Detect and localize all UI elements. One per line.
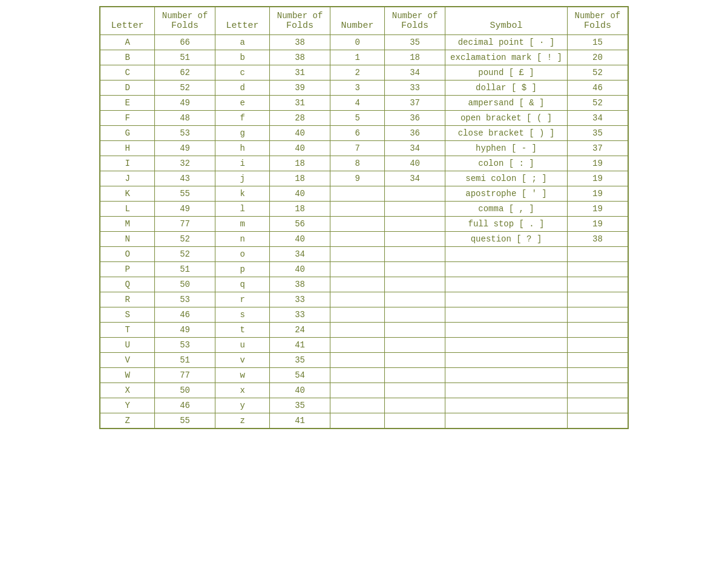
cell-num-folds: 34 (385, 65, 445, 80)
cell-num-folds: 36 (385, 126, 445, 141)
cell-sym-folds: 37 (567, 141, 628, 156)
cell-number (330, 368, 385, 383)
cell-sym-folds (567, 323, 628, 338)
cell-sym-folds: 19 (567, 217, 628, 232)
cell-symbol (445, 247, 568, 262)
cell-uc-letter: E (100, 96, 155, 111)
table-row: M77m56full stop [ . ]19 (100, 217, 628, 232)
cell-lc-folds: 24 (270, 323, 330, 338)
cell-symbol (445, 353, 568, 368)
cell-num-folds (385, 292, 445, 307)
cell-uc-letter: N (100, 232, 155, 247)
header-sym-folds: Number of Folds (567, 7, 628, 35)
cell-num-folds: 34 (385, 171, 445, 186)
cell-number (330, 186, 385, 202)
cell-lc-letter: r (215, 292, 270, 307)
header-uc-folds: Number of Folds (155, 7, 215, 35)
cell-lc-folds: 41 (270, 338, 330, 353)
cell-lc-letter: c (215, 65, 270, 80)
cell-lc-folds: 28 (270, 111, 330, 126)
cell-num-folds: 18 (385, 50, 445, 65)
cell-uc-folds: 43 (155, 171, 215, 186)
cell-lc-letter: k (215, 186, 270, 202)
main-table-wrapper: Letter Number of Folds Letter Number of … (99, 6, 629, 429)
cell-lc-letter: b (215, 50, 270, 65)
cell-num-folds (385, 186, 445, 202)
table-row: L49l18comma [ , ]19 (100, 202, 628, 217)
cell-sym-folds: 19 (567, 156, 628, 171)
cell-uc-letter: S (100, 307, 155, 323)
cell-sym-folds (567, 247, 628, 262)
cell-symbol: question [ ? ] (445, 232, 568, 247)
cell-lc-letter: g (215, 126, 270, 141)
cell-num-folds: 36 (385, 111, 445, 126)
cell-symbol (445, 383, 568, 398)
cell-lc-folds: 40 (270, 186, 330, 202)
cell-symbol: semi colon [ ; ] (445, 171, 568, 186)
table-row: S46s33 (100, 307, 628, 323)
header-row: Letter Number of Folds Letter Number of … (100, 7, 628, 35)
cell-uc-letter: W (100, 368, 155, 383)
table-row: X50x40 (100, 383, 628, 398)
cell-num-folds (385, 368, 445, 383)
cell-sym-folds: 19 (567, 186, 628, 202)
cell-symbol (445, 368, 568, 383)
cell-sym-folds: 35 (567, 126, 628, 141)
cell-uc-letter: Y (100, 398, 155, 413)
cell-sym-folds (567, 383, 628, 398)
cell-lc-letter: e (215, 96, 270, 111)
cell-uc-folds: 52 (155, 232, 215, 247)
cell-num-folds (385, 217, 445, 232)
header-number: Number (330, 7, 385, 35)
cell-lc-folds: 39 (270, 80, 330, 96)
cell-number: 1 (330, 50, 385, 65)
cell-symbol: comma [ , ] (445, 202, 568, 217)
cell-lc-letter: x (215, 383, 270, 398)
table-row: K55k40apostrophe [ ' ]19 (100, 186, 628, 202)
table-row: Q50q38 (100, 277, 628, 292)
cell-number: 9 (330, 171, 385, 186)
cell-lc-folds: 18 (270, 171, 330, 186)
cell-sym-folds (567, 262, 628, 277)
table-row: O52o34 (100, 247, 628, 262)
cell-symbol: pound [ £ ] (445, 65, 568, 80)
cell-lc-folds: 33 (270, 292, 330, 307)
cell-number (330, 338, 385, 353)
cell-uc-folds: 55 (155, 186, 215, 202)
cell-lc-letter: t (215, 323, 270, 338)
cell-lc-letter: m (215, 217, 270, 232)
table-row: C62c31234pound [ £ ]52 (100, 65, 628, 80)
cell-sym-folds (567, 292, 628, 307)
table-row: I32i18840colon [ : ]19 (100, 156, 628, 171)
cell-lc-folds: 40 (270, 383, 330, 398)
cell-uc-folds: 52 (155, 80, 215, 96)
cell-number: 3 (330, 80, 385, 96)
table-row: E49e31437ampersand [ & ]52 (100, 96, 628, 111)
table-row: B51b38118exclamation mark [ ! ]20 (100, 50, 628, 65)
cell-uc-folds: 53 (155, 338, 215, 353)
cell-lc-letter: f (215, 111, 270, 126)
cell-uc-folds: 49 (155, 323, 215, 338)
cell-number: 4 (330, 96, 385, 111)
table-row: G53g40636close bracket [ ) ]35 (100, 126, 628, 141)
table-row: J43j18934semi colon [ ; ]19 (100, 171, 628, 186)
cell-uc-letter: J (100, 171, 155, 186)
cell-lc-folds: 54 (270, 368, 330, 383)
cell-lc-letter: d (215, 80, 270, 96)
cell-lc-folds: 40 (270, 262, 330, 277)
cell-lc-letter: y (215, 398, 270, 413)
cell-uc-letter: F (100, 111, 155, 126)
cell-num-folds (385, 202, 445, 217)
cell-symbol (445, 277, 568, 292)
cell-num-folds: 40 (385, 156, 445, 171)
cell-uc-folds: 49 (155, 202, 215, 217)
cell-uc-letter: R (100, 292, 155, 307)
cell-uc-folds: 51 (155, 353, 215, 368)
cell-num-folds (385, 277, 445, 292)
cell-symbol: ampersand [ & ] (445, 96, 568, 111)
cell-symbol (445, 262, 568, 277)
cell-num-folds (385, 247, 445, 262)
table-row: V51v35 (100, 353, 628, 368)
cell-lc-folds: 31 (270, 96, 330, 111)
table-row: P51p40 (100, 262, 628, 277)
